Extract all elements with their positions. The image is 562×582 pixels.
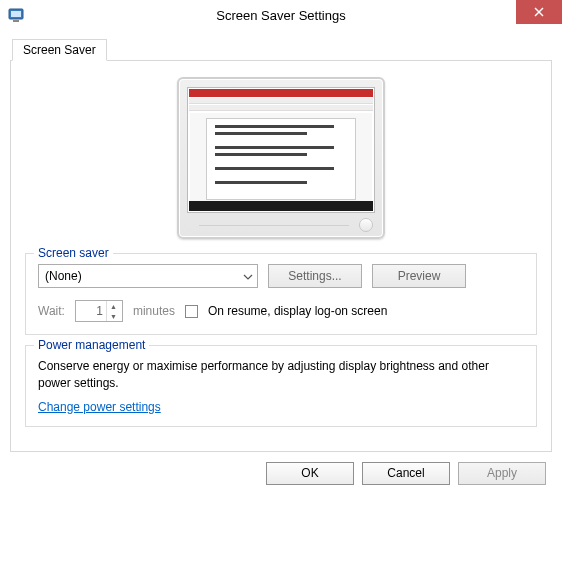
tab-screen-saver[interactable]: Screen Saver [12, 39, 107, 61]
spinner-down-icon[interactable]: ▼ [107, 311, 120, 321]
wait-spinner[interactable]: ▲ ▼ [75, 300, 123, 322]
minutes-label: minutes [133, 304, 175, 318]
tab-panel: Screen saver (None) Settings... Preview … [10, 60, 552, 452]
group-legend-power: Power management [34, 338, 149, 352]
preview-button[interactable]: Preview [372, 264, 466, 288]
wait-value-input[interactable] [76, 303, 106, 319]
close-icon [534, 7, 544, 17]
screensaver-selected: (None) [45, 269, 82, 283]
chevron-down-icon [243, 269, 253, 283]
group-power-management: Power management Conserve energy or maxi… [25, 345, 537, 427]
cancel-button[interactable]: Cancel [362, 462, 450, 485]
monitor-preview [25, 77, 537, 239]
svg-rect-1 [11, 11, 21, 17]
title-bar: Screen Saver Settings [0, 0, 562, 30]
dialog-footer: OK Cancel Apply [0, 452, 562, 495]
tab-strip: Screen Saver [10, 36, 552, 60]
wait-label: Wait: [38, 304, 65, 318]
svg-rect-2 [13, 20, 19, 22]
window-title: Screen Saver Settings [216, 8, 345, 23]
close-button[interactable] [516, 0, 562, 24]
apply-button[interactable]: Apply [458, 462, 546, 485]
ok-button[interactable]: OK [266, 462, 354, 485]
monitor-icon [177, 77, 385, 239]
spinner-up-icon[interactable]: ▲ [107, 301, 120, 311]
power-description: Conserve energy or maximise performance … [38, 358, 524, 392]
screensaver-dropdown[interactable]: (None) [38, 264, 258, 288]
monitor-power-icon [359, 218, 373, 232]
change-power-settings-link[interactable]: Change power settings [38, 400, 161, 414]
resume-label: On resume, display log-on screen [208, 304, 387, 318]
group-legend-screensaver: Screen saver [34, 246, 113, 260]
settings-button[interactable]: Settings... [268, 264, 362, 288]
resume-checkbox[interactable] [185, 305, 198, 318]
group-screen-saver: Screen saver (None) Settings... Preview … [25, 253, 537, 335]
app-icon [8, 6, 26, 24]
